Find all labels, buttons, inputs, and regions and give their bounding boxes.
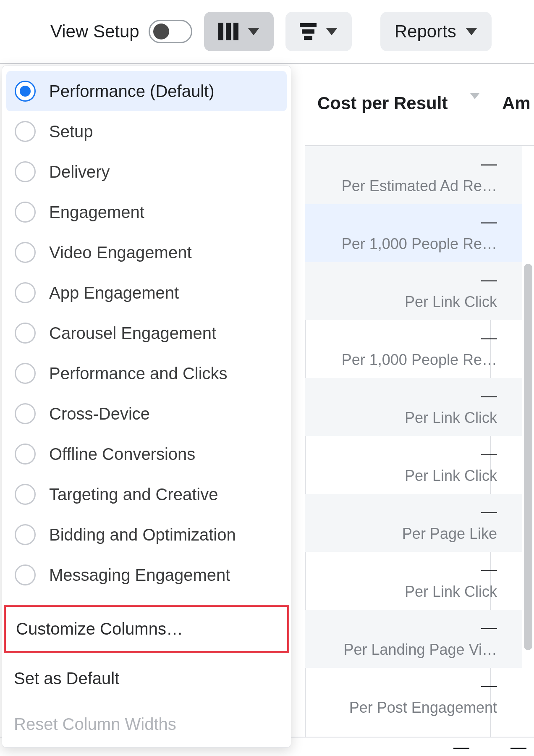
preset-label: Offline Conversions [49, 445, 195, 464]
column-header-amount[interactable]: Am [502, 93, 531, 113]
columns-icon [218, 23, 238, 40]
column-preset-option[interactable]: App Engagement [6, 273, 287, 313]
radio-icon [15, 282, 36, 303]
reports-label: Reports [395, 21, 456, 42]
table-row[interactable]: —Per Page Like [305, 494, 522, 552]
toggle-knob [153, 24, 169, 39]
cell-sublabel: Per 1,000 People Re… [342, 235, 497, 253]
preset-label: Delivery [49, 163, 110, 181]
preset-label: Setup [49, 122, 93, 141]
radio-icon [15, 403, 36, 424]
preset-label: Performance and Clicks [49, 364, 228, 383]
column-preset-option[interactable]: Video Engagement [6, 232, 287, 273]
table-row[interactable]: —Per Link Click [305, 552, 522, 610]
table-row[interactable]: —Per Landing Page Vi… [305, 610, 522, 668]
preset-label: Bidding and Optimization [49, 525, 236, 544]
reports-button[interactable]: Reports [380, 12, 492, 51]
radio-icon [15, 242, 36, 263]
preset-label: Performance (Default) [49, 82, 214, 101]
set-as-default-label: Set as Default [14, 669, 119, 688]
column-preset-option[interactable]: Setup [6, 111, 287, 152]
scrollbar-thumb[interactable] [524, 264, 532, 650]
chevron-down-icon [248, 28, 259, 35]
view-setup-toggle[interactable] [149, 20, 192, 43]
cell-sublabel: Per Link Click [405, 409, 497, 427]
reset-column-widths-label: Reset Column Widths [14, 715, 176, 733]
columns-dropdown: Performance (Default)SetupDeliveryEngage… [2, 66, 291, 748]
cell-value: — [481, 387, 497, 405]
customize-columns-action[interactable]: Customize Columns… [4, 605, 289, 653]
radio-icon [15, 121, 36, 142]
toolbar: View Setup Reports [0, 0, 534, 64]
column-preset-option[interactable]: Delivery [6, 152, 287, 192]
column-preset-option[interactable]: Performance (Default) [6, 71, 287, 111]
radio-icon [15, 161, 36, 182]
radio-icon [15, 484, 36, 505]
columns-button[interactable] [204, 12, 274, 51]
column-header-cost-per-result[interactable]: Cost per Result [317, 93, 448, 113]
cell-value: — [481, 561, 497, 579]
radio-icon [15, 524, 36, 545]
column-preset-option[interactable]: Offline Conversions [6, 434, 287, 474]
cell-value: — [481, 213, 497, 231]
chevron-down-icon [470, 93, 479, 106]
cell-sublabel: Per 1,000 People Re… [342, 351, 497, 369]
table-row[interactable]: —Per Link Click [305, 378, 522, 436]
table-body: —Per Estimated Ad Re…—Per 1,000 People R… [305, 146, 522, 737]
column-preset-option[interactable]: Engagement [6, 192, 287, 232]
breakdown-button[interactable] [285, 12, 352, 51]
radio-icon [15, 444, 36, 465]
customize-columns-label: Customize Columns… [16, 620, 183, 638]
radio-icon [15, 323, 36, 344]
cell-value: — [481, 155, 497, 173]
table-header: Cost per Result Am [305, 64, 534, 146]
table-row[interactable]: —Per 1,000 People Re… [305, 320, 522, 378]
chevron-down-icon [326, 28, 338, 35]
cell-value: — [481, 329, 497, 347]
cell-sublabel: Per Link Click [405, 467, 497, 485]
column-preset-option[interactable]: Messaging Engagement [6, 555, 287, 595]
column-preset-option[interactable]: Performance and Clicks [6, 353, 287, 394]
reset-column-widths-action[interactable]: Reset Column Widths [2, 701, 291, 747]
cell-sublabel: Per Landing Page Vi… [343, 641, 497, 659]
cell-sublabel: Per Link Click [405, 583, 497, 601]
radio-icon [15, 202, 36, 223]
preset-label: Cross-Device [49, 404, 150, 423]
footer-value: — [510, 738, 526, 756]
preset-label: Video Engagement [49, 243, 192, 262]
preset-label: Carousel Engagement [49, 324, 216, 343]
cell-sublabel: Per Link Click [405, 293, 497, 311]
table-row[interactable]: —Per Estimated Ad Re… [305, 146, 522, 204]
preset-label: Targeting and Creative [49, 485, 218, 504]
view-setup-label: View Setup [50, 21, 139, 42]
view-setup-toggle-group: View Setup [50, 20, 192, 43]
set-as-default-action[interactable]: Set as Default [2, 656, 291, 701]
menu-divider [2, 602, 291, 602]
cell-value: — [481, 619, 497, 637]
column-preset-option[interactable]: Cross-Device [6, 394, 287, 434]
chevron-down-icon [466, 28, 477, 35]
radio-icon [15, 564, 36, 585]
cell-sublabel: Per Page Like [402, 525, 497, 543]
column-preset-option[interactable]: Bidding and Optimization [6, 514, 287, 555]
table-row[interactable]: —Per Link Click [305, 262, 522, 320]
preset-list: Performance (Default)SetupDeliveryEngage… [2, 69, 291, 595]
column-preset-option[interactable]: Targeting and Creative [6, 474, 287, 514]
table-row[interactable]: —Per Post Engagement [305, 668, 522, 726]
preset-label: Messaging Engagement [49, 566, 230, 585]
breakdown-icon [300, 23, 317, 40]
cell-sublabel: Per Estimated Ad Re… [342, 177, 497, 195]
column-preset-option[interactable]: Carousel Engagement [6, 313, 287, 353]
cell-value: — [481, 271, 497, 289]
cell-value: — [481, 503, 497, 521]
table-row[interactable]: —Per 1,000 People Re… [305, 204, 522, 262]
preset-label: Engagement [49, 203, 144, 222]
cell-value: — [481, 677, 497, 695]
cell-sublabel: Per Post Engagement [349, 699, 497, 717]
radio-icon [15, 363, 36, 384]
sort-indicator[interactable] [470, 99, 479, 107]
cell-value: — [481, 445, 497, 463]
table-row[interactable]: —Per Link Click [305, 436, 522, 494]
preset-label: App Engagement [49, 284, 179, 302]
footer-value: — [453, 738, 469, 756]
